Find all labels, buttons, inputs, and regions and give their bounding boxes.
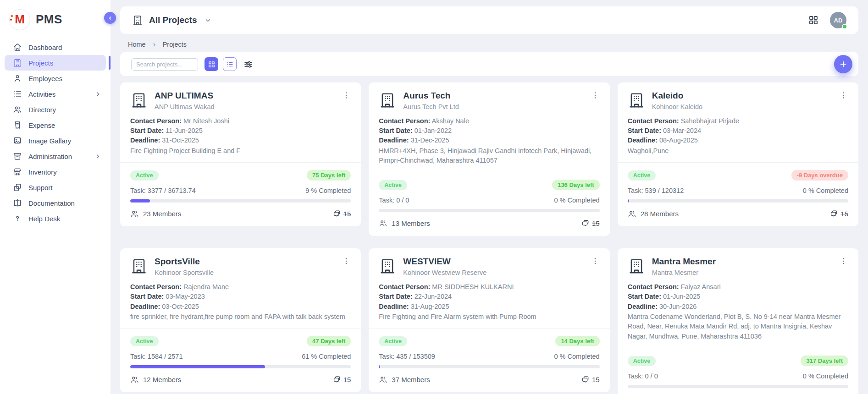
messages-count[interactable]: 15 [581,375,600,384]
sidebar-item-directory[interactable]: Directory [5,102,106,117]
grid-view-button[interactable] [205,57,218,71]
status-badge: Active [379,180,407,190]
completed-percent: 0 % Completed [803,372,848,380]
grid-view-icon [208,60,216,68]
chat-icon [581,219,590,228]
messages-count[interactable]: 15 [332,375,351,384]
deadline-value: 31-Aug-2025 [411,303,449,310]
list-view-button[interactable] [223,57,237,71]
card-menu-button[interactable] [839,91,848,100]
deadline-label: Deadline: [628,137,658,144]
project-description: HMRR+4XH, Phase 3, Hinjawadi Rajiv Gandh… [379,146,599,166]
users-icon [130,209,139,218]
divider [120,328,361,328]
sidebar-item-support[interactable]: Support [5,180,106,195]
project-scope-selector[interactable]: All Projects [132,15,212,26]
sidebar-item-help-desk[interactable]: Help Desk [5,211,106,226]
sliders-icon [243,60,253,69]
apps-grid-button[interactable] [808,15,819,26]
user-icon [13,74,22,83]
deadline-badge: 136 Days left [552,180,600,190]
card-menu-button[interactable] [839,257,848,266]
project-card[interactable]: ANP ULTIMAS ANP Ultimas Wakad Contact Pe… [120,82,361,226]
project-description: Fire Fighting Project Building E and F [130,146,351,156]
project-details: Contact Person: Sahebhajrat Pirjade Star… [628,116,848,156]
progress-fill [379,365,380,368]
progress-bar [130,199,351,202]
sidebar-item-image-gallary[interactable]: Image Gallary [5,133,106,148]
progress-bar [379,209,599,212]
contact-person-value: MR SIDDHESH KULKARNI [432,283,514,290]
projects-grid: ANP ULTIMAS ANP Ultimas Wakad Contact Pe… [120,82,858,394]
completed-percent: 61 % Completed [302,353,351,360]
messages-count[interactable]: 15 [581,219,600,228]
start-date-label: Start Date: [130,293,164,300]
task-count: Task: 0 / 0 [628,372,658,380]
sidebar: M PMS DashboardProjectsEmployeesActiviti… [0,0,111,394]
topbar-actions: AD [808,12,846,28]
task-count: Task: 3377 / 36713.74 [130,187,196,194]
progress-bar [130,365,351,368]
pms-logo: M [9,9,30,30]
sidebar-item-activities[interactable]: Activities [5,86,106,102]
deadline-badge: 317 Days left [801,356,848,366]
search-input[interactable] [131,58,198,71]
progress-bar [379,365,599,368]
sidebar-item-administration[interactable]: Administration [5,148,106,164]
project-card[interactable]: Aurus Tech Aurus Tech Pvt Ltd Contact Pe… [369,82,609,236]
sidebar-item-dashboard[interactable]: Dashboard [5,39,106,55]
messages-count[interactable]: 15 [332,209,351,218]
add-project-button[interactable] [834,55,852,73]
contact-person-label: Contact Person: [628,117,679,125]
sidebar-item-expense[interactable]: Expense [5,117,106,133]
topbar: All Projects AD [120,6,858,34]
main-content: All Projects AD Home Projects [111,0,868,394]
card-menu-button[interactable] [342,91,351,100]
start-date-value: 22-Jun-2024 [415,293,452,300]
contact-person-value: Akshay Nale [432,117,469,125]
chat-icon [332,375,341,384]
card-menu-button[interactable] [591,257,600,266]
contact-person-value: Mr Nitesh Joshi [183,117,229,125]
breadcrumb-home[interactable]: Home [128,41,146,48]
sidebar-item-documentation[interactable]: Documentation [5,195,106,211]
messages-count[interactable]: 15 [829,209,848,218]
archive-icon [13,152,22,161]
project-title: Mantra Mesmer [652,257,839,267]
card-menu-button[interactable] [591,91,600,100]
project-card[interactable]: WESTVIEW Kohinoor Westview Reserve Conta… [369,248,609,392]
kebab-icon [839,257,848,266]
project-card[interactable]: SportsVille Kohinoor Sportsville Contact… [120,248,361,392]
sidebar-item-projects[interactable]: Projects [5,55,106,71]
sidebar-item-inventory[interactable]: Inventory [5,164,106,180]
users-icon [628,209,636,218]
divider [120,162,361,163]
deadline-label: Deadline: [130,303,160,310]
progress-bar [628,199,848,202]
deadline-value: 08-Aug-2025 [659,137,698,144]
sidebar-item-employees[interactable]: Employees [5,71,106,86]
building-icon [628,257,645,275]
users-icon [130,375,139,384]
book-icon [13,198,22,208]
project-details: Contact Person: Akshay Nale Start Date: … [379,116,599,166]
list-view-icon [226,60,234,68]
card-menu-button[interactable] [342,257,351,266]
project-title: ANP ULTIMAS [155,91,342,101]
chat-icon [332,209,341,218]
project-title: SportsVille [155,257,342,267]
deadline-badge: 47 Days left [307,336,351,346]
project-card[interactable]: Mantra Mesmer Mantra Mesmer Contact Pers… [618,248,858,394]
filter-button[interactable] [241,57,255,71]
contact-person-value: Rajendra Mane [183,283,229,290]
user-avatar[interactable]: AD [830,12,846,28]
project-card[interactable]: Kaleido Kohinoor Kaleido Contact Person:… [618,82,858,226]
project-description: fire sprinkler, fire hydrant,fire pump r… [130,312,351,322]
project-subtitle: Kohinoor Westview Reserve [403,269,590,276]
sidebar-collapse-button[interactable] [104,12,116,24]
project-subtitle: Kohinoor Kaleido [652,103,839,110]
app-root: M PMS DashboardProjectsEmployeesActiviti… [0,0,868,394]
completed-percent: 0 % Completed [554,353,600,360]
contact-person-value: Faiyaz Ansari [681,283,721,290]
start-date-value: 03-May-2023 [166,293,205,300]
